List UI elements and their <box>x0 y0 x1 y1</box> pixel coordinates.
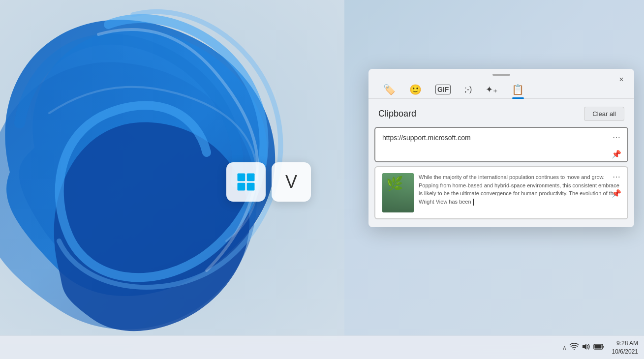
volume-icon[interactable] <box>582 343 590 353</box>
clipboard-header: Clipboard Clear all <box>368 99 634 127</box>
item-1-more-button[interactable]: ⋯ <box>611 133 622 143</box>
taskbar-chevron-icon[interactable]: ∧ <box>562 344 567 351</box>
svg-rect-4 <box>247 183 255 191</box>
wifi-icon[interactable] <box>570 343 579 353</box>
text-cursor <box>473 199 474 206</box>
clipboard-item-2-thumbnail: 🌿 <box>382 173 414 212</box>
taskbar-time: 9:28 AM <box>612 339 638 348</box>
tab-gif[interactable]: GIF <box>430 82 456 97</box>
key-shortcut-overlay: V <box>226 162 311 202</box>
clipboard-panel: × 🏷️ 🙂 GIF ;-) ✦₊ 📋 Clipboard Clear all <box>368 69 634 227</box>
tab-emoji[interactable]: 🙂 <box>404 81 427 98</box>
clipboard-item-2[interactable]: 🌿 While the majority of the internationa… <box>374 166 628 219</box>
taskbar-date: 10/6/2021 <box>612 348 638 356</box>
svg-marker-5 <box>583 344 586 350</box>
tab-clipboard[interactable]: 📋 <box>507 81 529 98</box>
clipboard-item-2-text: While the majority of the international … <box>419 173 620 206</box>
item-1-actions: ⋯ 📌 <box>611 133 622 159</box>
taskbar-system-icons: ∧ <box>562 343 604 353</box>
battery-icon[interactable] <box>593 343 604 352</box>
tab-kaomoji[interactable]: ;-) <box>460 82 477 97</box>
clipboard-title: Clipboard <box>378 109 416 119</box>
kaomoji-icon: ;-) <box>464 85 472 94</box>
item-1-pin-button[interactable]: 📌 <box>611 150 622 159</box>
taskbar: ∧ <box>0 335 644 359</box>
tab-symbols[interactable]: ✦₊ <box>481 81 503 98</box>
windows-logo <box>236 172 256 192</box>
gif-icon: GIF <box>435 85 451 94</box>
svg-rect-8 <box>594 345 601 348</box>
clipboard-item-2-content: 🌿 While the majority of the internationa… <box>382 173 620 212</box>
clipboard-item-1-text: https://support.microsoft.com <box>382 134 620 142</box>
item-2-actions: ⋯ 📌 <box>611 172 622 199</box>
item-2-pin-button[interactable]: 📌 <box>611 189 622 199</box>
svg-rect-3 <box>238 183 245 191</box>
symbols-icon: ✦₊ <box>486 84 498 95</box>
clipboard-items-list: https://support.microsoft.com ⋯ 📌 🌿 Whil… <box>368 127 634 227</box>
panel-tabs: 🏷️ 🙂 GIF ;-) ✦₊ 📋 <box>368 78 634 98</box>
v-key-label: V <box>285 172 297 192</box>
clipboard-icon: 📋 <box>512 84 524 95</box>
windows-key-box <box>226 162 266 202</box>
clear-all-button[interactable]: Clear all <box>584 107 624 121</box>
clipboard-item-1[interactable]: https://support.microsoft.com ⋯ 📌 <box>374 127 628 162</box>
tab-stickers[interactable]: 🏷️ <box>378 81 400 98</box>
plant-emoji-icon: 🌿 <box>386 176 403 192</box>
svg-rect-1 <box>238 174 245 181</box>
handle-bar <box>492 74 510 76</box>
panel-handle[interactable] <box>368 69 634 78</box>
v-key-box: V <box>272 162 311 202</box>
emoji-icon: 🙂 <box>409 84 422 95</box>
taskbar-right: ∧ <box>562 339 638 356</box>
taskbar-clock[interactable]: 9:28 AM 10/6/2021 <box>612 339 638 356</box>
svg-rect-2 <box>247 174 255 181</box>
item-2-more-button[interactable]: ⋯ <box>611 172 622 182</box>
close-button[interactable]: × <box>614 73 628 87</box>
svg-rect-7 <box>603 346 604 348</box>
stickers-icon: 🏷️ <box>383 84 396 95</box>
